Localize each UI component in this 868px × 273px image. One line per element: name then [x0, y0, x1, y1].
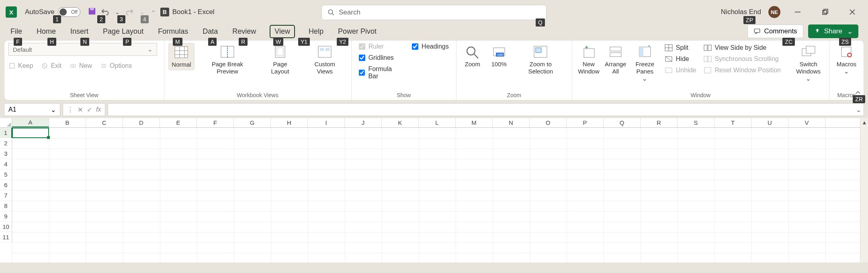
- column-header[interactable]: T: [714, 118, 751, 127]
- gridlines-checkbox[interactable]: Gridlines: [359, 54, 403, 61]
- column-header[interactable]: O: [530, 118, 567, 127]
- zoom-selection-button[interactable]: Zoom to Selection: [514, 43, 568, 77]
- row-header[interactable]: 9: [0, 211, 12, 222]
- zoom-button[interactable]: Zoom: [461, 43, 485, 69]
- zoom-label: Zoom: [465, 61, 480, 68]
- column-header[interactable]: P: [567, 118, 604, 127]
- svg-rect-9: [755, 29, 760, 33]
- column-header[interactable]: U: [751, 118, 788, 127]
- tab-page-layout[interactable]: Page Layout: [102, 26, 144, 37]
- minimize-button[interactable]: [788, 4, 808, 20]
- column-header[interactable]: M: [456, 118, 493, 127]
- freeze-panes-button[interactable]: * Freeze Panes ⌄: [630, 43, 660, 84]
- tab-data[interactable]: Data: [202, 26, 219, 37]
- keep-button[interactable]: Keep: [8, 62, 33, 69]
- new-view-button[interactable]: New: [70, 62, 92, 69]
- select-all-corner[interactable]: [0, 118, 12, 128]
- user-name[interactable]: Nicholas End: [721, 8, 761, 16]
- grid-cells[interactable]: ABCDEFGHIJKLMNOPQRSTUV: [12, 118, 860, 263]
- gridlines-input[interactable]: [359, 55, 365, 61]
- column-header[interactable]: I: [308, 118, 345, 127]
- arrange-all-button[interactable]: Arrange All: [604, 43, 628, 77]
- maximize-button[interactable]: [815, 4, 835, 20]
- vertical-scrollbar[interactable]: ▴: [860, 118, 868, 263]
- tab-home[interactable]: Home: [36, 26, 57, 37]
- qat-customize[interactable]: ⁼: [152, 9, 155, 15]
- row-header[interactable]: 11: [0, 232, 12, 242]
- column-header[interactable]: D: [123, 118, 160, 127]
- macros-button[interactable]: Macros⌄: [833, 43, 860, 77]
- tab-file[interactable]: File: [10, 26, 23, 37]
- search-box[interactable]: Search: [321, 5, 547, 20]
- page-layout-button[interactable]: Page Layout: [260, 43, 300, 77]
- headings-checkbox[interactable]: Headings: [412, 43, 449, 50]
- tab-power-pivot[interactable]: Power Pivot: [337, 26, 377, 37]
- column-header[interactable]: J: [345, 118, 382, 127]
- name-box[interactable]: A1 ⌄: [4, 103, 60, 116]
- selected-cell[interactable]: [12, 128, 49, 138]
- custom-views-button[interactable]: Custom Views: [303, 43, 347, 77]
- row-header[interactable]: 10: [0, 222, 12, 232]
- grid-body[interactable]: [12, 128, 860, 263]
- comments-button[interactable]: Comments: [747, 24, 803, 38]
- column-header[interactable]: K: [382, 118, 419, 127]
- tab-formulas[interactable]: Formulas: [157, 26, 189, 37]
- autosave-control[interactable]: AutoSave Off: [25, 7, 80, 17]
- cancel-formula-button[interactable]: ✕: [78, 106, 83, 114]
- column-header[interactable]: V: [788, 118, 825, 127]
- autosave-toggle[interactable]: Off: [58, 7, 80, 17]
- spreadsheet-grid[interactable]: 1234567891011 ABCDEFGHIJKLMNOPQRSTUV ▴: [0, 118, 868, 263]
- row-header[interactable]: 1: [0, 128, 12, 138]
- headings-input[interactable]: [412, 43, 418, 50]
- scroll-up-button[interactable]: ▴: [860, 118, 868, 126]
- split-button[interactable]: Split: [662, 43, 699, 53]
- redo-button[interactable]: [125, 7, 134, 17]
- user-avatar[interactable]: NE: [768, 6, 780, 18]
- column-header[interactable]: S: [678, 118, 714, 127]
- exit-button[interactable]: Exit: [41, 62, 61, 69]
- column-header[interactable]: C: [86, 118, 123, 127]
- share-button[interactable]: Share ⌄: [808, 24, 858, 38]
- normal-view-button[interactable]: Normal: [168, 43, 195, 70]
- formula-input[interactable]: ⌄: [108, 103, 864, 116]
- column-header[interactable]: F: [197, 118, 234, 127]
- column-header[interactable]: B: [49, 118, 86, 127]
- side-by-side-button[interactable]: View Side by Side: [701, 43, 790, 53]
- column-header[interactable]: A: [12, 118, 49, 127]
- column-header[interactable]: Q: [604, 118, 641, 127]
- row-header[interactable]: 6: [0, 180, 12, 190]
- column-header[interactable]: E: [160, 118, 197, 127]
- new-window-button[interactable]: + New Window: [576, 43, 601, 77]
- tab-view[interactable]: View: [270, 25, 295, 38]
- options-button[interactable]: Options: [100, 62, 132, 69]
- column-header[interactable]: L: [419, 118, 456, 127]
- save-button[interactable]: [88, 7, 96, 17]
- fill-handle[interactable]: [47, 136, 50, 139]
- column-header[interactable]: G: [234, 118, 271, 127]
- tab-review[interactable]: Review: [231, 26, 257, 37]
- formula-bar-input[interactable]: [359, 69, 365, 76]
- tab-help[interactable]: Help: [308, 26, 324, 37]
- accept-formula-button[interactable]: ✓: [87, 106, 92, 114]
- hide-button[interactable]: Hide: [662, 54, 699, 64]
- formula-bar-checkbox[interactable]: Formula Bar: [359, 65, 403, 80]
- row-header[interactable]: 7: [0, 190, 12, 201]
- page-break-preview-button[interactable]: Page Break Preview: [197, 43, 258, 77]
- zoom-100-button[interactable]: 100 100%: [487, 43, 511, 69]
- row-header[interactable]: 2: [0, 138, 12, 149]
- column-header[interactable]: N: [493, 118, 530, 127]
- row-header[interactable]: 5: [0, 169, 12, 180]
- undo-dropdown[interactable]: ⌄: [115, 9, 120, 15]
- column-header[interactable]: H: [271, 118, 308, 127]
- close-button[interactable]: [842, 4, 862, 20]
- row-header[interactable]: 8: [0, 201, 12, 211]
- expand-formula-bar-button[interactable]: ⌄: [856, 106, 861, 114]
- switch-windows-button[interactable]: Switch Windows ⌄: [792, 43, 825, 84]
- redo-dropdown[interactable]: ⌄: [140, 9, 145, 15]
- fx-button[interactable]: fx: [96, 106, 101, 113]
- more-icon[interactable]: ⋮: [67, 106, 74, 114]
- tab-insert[interactable]: Insert: [70, 26, 89, 37]
- column-header[interactable]: R: [641, 118, 678, 127]
- row-header[interactable]: 4: [0, 159, 12, 169]
- row-header[interactable]: 3: [0, 149, 12, 159]
